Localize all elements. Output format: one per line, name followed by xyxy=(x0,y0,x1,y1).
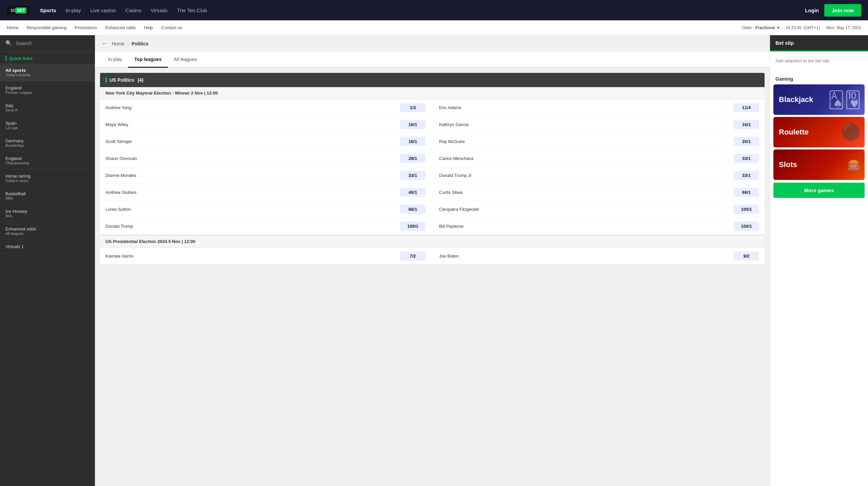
bet-slip-empty: Add selection to the bet slip xyxy=(770,52,868,70)
odds-button[interactable]: 7/2 xyxy=(400,251,426,261)
runner-name: Loree Sutton xyxy=(105,207,400,212)
gaming-header: Gaming xyxy=(773,74,865,84)
join-button[interactable]: Join now xyxy=(824,4,861,17)
sidebar-item-ice-hockey[interactable]: Ice Hockey NHL xyxy=(0,205,95,222)
tab-all-leagues[interactable]: All leagues xyxy=(168,52,203,68)
sec-enhanced-odds[interactable]: Enhanced odds xyxy=(105,25,136,30)
odds-button[interactable]: 28/1 xyxy=(400,154,426,163)
runner-name2: Curtis Sliwa xyxy=(439,190,734,195)
odds-label: Odds: xyxy=(742,25,753,30)
odds-button2[interactable]: 33/1 xyxy=(734,171,759,180)
gaming-card-blackjack[interactable]: Blackjack 🂡🂺 xyxy=(773,84,865,115)
nav-live-casino[interactable]: Live casino xyxy=(91,7,116,13)
odds-button[interactable]: 66/1 xyxy=(400,205,426,214)
sidebar-item-all-sports[interactable]: All sports Today's Events xyxy=(0,64,95,81)
slots-deco: 🎰 xyxy=(848,158,861,171)
nav-inplay[interactable]: In-play xyxy=(65,7,81,13)
odds-info: Odds: Fractional ▾ | 16:23:45 (GMT+1) | … xyxy=(742,25,861,30)
sec-links: Home Responsible gaming Promotions Enhan… xyxy=(7,25,742,30)
bet-slip-panel: Bet slip Add selection to the bet slip G… xyxy=(770,35,868,486)
section-title: US Politics (4) xyxy=(110,77,143,83)
runner-name: Shaun Donovan xyxy=(105,156,400,161)
runner-name: Dianne Morales xyxy=(105,173,400,178)
sec-promotions[interactable]: Promotions xyxy=(75,25,97,30)
tab-top-leagues[interactable]: Top leagues xyxy=(128,52,168,68)
blackjack-deco: 🂡🂺 xyxy=(828,90,861,109)
odds-button2[interactable]: 100/1 xyxy=(734,205,759,214)
odds-format-selector[interactable]: Fractional ▾ xyxy=(755,25,779,30)
back-button[interactable]: ← xyxy=(102,40,108,47)
sidebar-item-enhanced-odds[interactable]: Enhanced odds All leagues xyxy=(0,222,95,240)
runner-name2: Kathryn Garcia xyxy=(439,122,734,127)
sidebar-item-germany-bundesliga[interactable]: Germany Bundesliga xyxy=(0,134,95,152)
sidebar-item-italy-serie-a[interactable]: Italy Serie A xyxy=(0,99,95,117)
runner-name: Donald Trump xyxy=(105,224,400,229)
runner-name2: Joe Biden xyxy=(439,254,734,259)
bet-row: Kamala Harris 7/2 Joe Biden 9/2 xyxy=(100,248,765,265)
runner-name: Maya Wiley xyxy=(105,122,400,127)
date-display: Mon, May 17, 2021 xyxy=(826,25,861,30)
more-games-button[interactable]: More games xyxy=(773,183,865,198)
gaming-card-roulette[interactable]: Roulette ⚫ xyxy=(773,117,865,147)
us-politics-section: US Politics (4) New York City Mayoral El… xyxy=(100,73,765,265)
odds-button2[interactable]: 66/1 xyxy=(734,188,759,197)
odds-button2[interactable]: 16/1 xyxy=(734,120,759,129)
top-navigation: 10BET Sports In-play Live casino Casino … xyxy=(0,0,868,20)
odds-button2[interactable]: 9/2 xyxy=(734,251,759,261)
runner-name2: Eric Adams xyxy=(439,105,734,110)
sidebar-item-england-premier[interactable]: England Premier League xyxy=(0,81,95,99)
sidebar-item-horse-racing[interactable]: Horse racing Today's races xyxy=(0,169,95,187)
odds-button2[interactable]: 11/4 xyxy=(734,103,759,112)
gaming-card-slots[interactable]: Slots 🎰 xyxy=(773,149,865,180)
odds-button[interactable]: 33/1 xyxy=(400,171,426,180)
nav-sports[interactable]: Sports xyxy=(40,7,56,13)
odds-button2[interactable]: 100/1 xyxy=(734,222,759,231)
odds-button2[interactable]: 20/1 xyxy=(734,137,759,146)
search-bar[interactable]: 🔍 Search xyxy=(0,35,95,52)
tabs-bar: In-play Top leagues All leagues xyxy=(95,52,770,68)
bet-row: Loree Sutton 66/1 Cleopatra Fitzgerald 1… xyxy=(100,201,765,218)
odds-button2[interactable]: 33/1 xyxy=(734,154,759,163)
odds-button[interactable]: 16/1 xyxy=(400,137,426,146)
secondary-navigation: Home Responsible gaming Promotions Enhan… xyxy=(0,20,868,35)
nav-ten-club[interactable]: The Ten Club xyxy=(177,7,207,13)
main-layout: 🔍 Search Quick links All sports Today's … xyxy=(0,35,868,486)
sidebar-item-england-championship[interactable]: England Championship xyxy=(0,152,95,169)
runner-name2: Carlos Menchaca xyxy=(439,156,734,161)
odds-button[interactable]: 16/1 xyxy=(400,120,426,129)
nav-virtuals[interactable]: Virtuals xyxy=(151,7,167,13)
sidebar-item-virtuals[interactable]: Virtuals 1 xyxy=(0,240,95,254)
nav-casino[interactable]: Casino xyxy=(125,7,141,13)
odds-button[interactable]: 100/1 xyxy=(400,222,426,231)
runner-name: Andrew Yang xyxy=(105,105,400,110)
runner-name2: Bill Pepitone xyxy=(439,224,734,229)
odds-button[interactable]: 1/3 xyxy=(400,103,426,112)
content-area: ← Home › Politics In-play Top leagues Al… xyxy=(95,35,770,486)
sec-home[interactable]: Home xyxy=(7,25,19,30)
bet-row: Andrew Giuliani 40/1 Curtis Sliwa 66/1 xyxy=(100,184,765,201)
search-text: Search xyxy=(16,40,32,46)
tab-inplay[interactable]: In-play xyxy=(102,52,128,68)
sidebar-item-basketball-nba[interactable]: Basketball NBA xyxy=(0,187,95,205)
nav-links: Sports In-play Live casino Casino Virtua… xyxy=(40,7,805,13)
runner-name: Andrew Giuliani xyxy=(105,190,400,195)
sidebar-item-spain-la-liga[interactable]: Spain La Liga xyxy=(0,117,95,134)
roulette-deco: ⚫ xyxy=(841,123,861,142)
breadcrumb-home[interactable]: Home xyxy=(112,41,124,46)
sidebar: 🔍 Search Quick links All sports Today's … xyxy=(0,35,95,486)
sec-help[interactable]: Help xyxy=(144,25,153,30)
sec-contact[interactable]: Contact us xyxy=(161,25,182,30)
odds-button[interactable]: 40/1 xyxy=(400,188,426,197)
login-button[interactable]: Login xyxy=(805,7,819,13)
runner-name: Kamala Harris xyxy=(105,254,400,259)
logo[interactable]: 10BET xyxy=(7,6,30,15)
sec-responsible-gaming[interactable]: Responsible gaming xyxy=(27,25,67,30)
nav-right: Login Join now xyxy=(805,4,861,17)
gaming-section: Gaming Blackjack 🂡🂺 Roulette ⚫ Slots 🎰 M… xyxy=(770,70,868,201)
bet-row: Shaun Donovan 28/1 Carlos Menchaca 33/1 xyxy=(100,150,765,167)
section-count: (4) xyxy=(138,77,143,83)
runner-name2: Ray McGuire xyxy=(439,139,734,144)
bet-slip-header: Bet slip xyxy=(770,35,868,52)
bet-row: Dianne Morales 33/1 Donald Trump Jr 33/1 xyxy=(100,167,765,184)
bet-row: Scott Stringer 16/1 Ray McGuire 20/1 xyxy=(100,133,765,150)
